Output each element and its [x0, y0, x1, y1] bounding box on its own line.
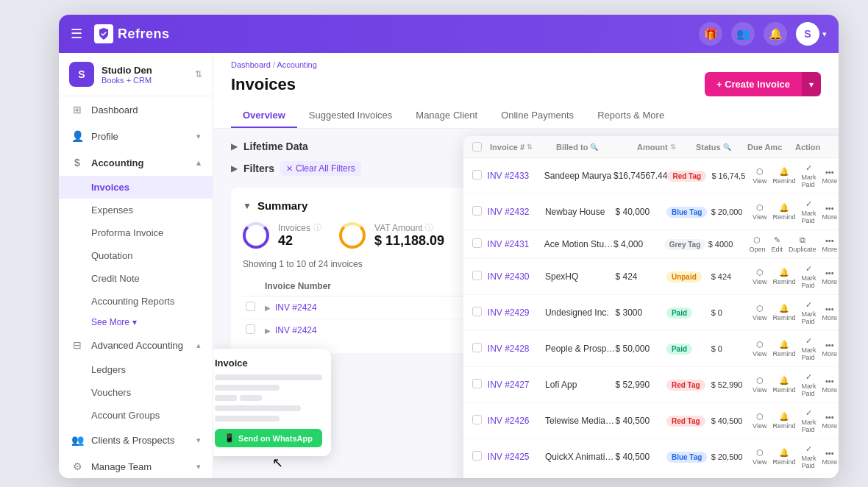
- action-remind[interactable]: 🔔 Remind: [772, 376, 795, 394]
- action-view[interactable]: ⬡ View: [753, 340, 766, 358]
- action-mark-paid[interactable]: ✓ Mark Paid: [801, 264, 816, 289]
- row2-checkbox[interactable]: [246, 324, 255, 334]
- row-checkbox-8[interactable]: [472, 451, 482, 461]
- action-remind[interactable]: 🔔 Remind: [772, 340, 795, 358]
- action-view[interactable]: ⬡ View: [753, 167, 766, 185]
- tab-reports-more[interactable]: Reports & More: [586, 104, 676, 128]
- action-duplicate[interactable]: ⧉ Duplicate: [789, 235, 817, 253]
- row2-inv-link[interactable]: INV #2424: [275, 325, 317, 335]
- row-inv-8[interactable]: INV #2425: [488, 452, 545, 462]
- sidebar-item-vouchers[interactable]: Vouchers: [59, 381, 213, 404]
- tab-overview[interactable]: Overview: [231, 104, 297, 128]
- sidebar-item-ledgers[interactable]: Ledgers: [59, 358, 213, 381]
- action-more[interactable]: ••• More: [822, 204, 837, 221]
- menu-icon[interactable]: ☰: [71, 26, 82, 42]
- tab-suggested-invoices[interactable]: Suggested Invoices: [297, 104, 404, 128]
- row-checkbox-0[interactable]: [472, 170, 482, 179]
- sidebar-item-accounting-reports[interactable]: Accounting Reports: [59, 290, 213, 313]
- header-checkbox[interactable]: [472, 142, 482, 152]
- row-status-1: Blue Tag: [666, 207, 711, 218]
- gift-icon[interactable]: 🎁: [699, 22, 722, 46]
- row-inv-1[interactable]: INV #2432: [488, 207, 545, 217]
- sidebar-item-quotation[interactable]: Quotation: [59, 244, 213, 267]
- row-checkbox-5[interactable]: [472, 343, 482, 352]
- action-view[interactable]: ⬡ View: [753, 304, 766, 321]
- action-more[interactable]: ••• More: [822, 269, 837, 285]
- action-view[interactable]: ⬡ View: [753, 203, 766, 221]
- row-inv-4[interactable]: INV #2429: [488, 308, 545, 318]
- action-remind[interactable]: 🔔 Remind: [772, 448, 795, 466]
- action-mark-paid[interactable]: ✓ Mark Paid: [801, 408, 816, 433]
- sidebar-item-clients[interactable]: 👥 Clients & Prospects ▾: [59, 427, 213, 453]
- row-checkbox-6[interactable]: [472, 379, 482, 388]
- see-more-link[interactable]: See More ▾: [59, 313, 213, 332]
- row-checkbox-1[interactable]: [472, 206, 482, 216]
- row-inv-2[interactable]: INV #2431: [488, 239, 544, 249]
- row-inv-3[interactable]: INV #2430: [488, 271, 545, 282]
- th-invoice[interactable]: Invoice # ⇅: [490, 143, 556, 152]
- row-inv-7[interactable]: INV #2426: [488, 416, 545, 426]
- sidebar-item-invoices[interactable]: Invoices: [59, 176, 213, 199]
- sidebar-item-advanced-accounting[interactable]: ⊟ Advanced Accounting ▴: [59, 332, 213, 358]
- row-inv-6[interactable]: INV #2427: [488, 380, 545, 390]
- create-invoice-button[interactable]: + Create Invoice: [705, 72, 802, 96]
- sidebar-item-expenses[interactable]: Expenses: [59, 199, 213, 221]
- sidebar-item-account-groups[interactable]: Account Groups: [59, 404, 213, 427]
- row-checkbox-7[interactable]: [472, 415, 482, 424]
- action-mark-paid[interactable]: ✓ Mark Paid: [801, 372, 816, 397]
- action-mark-paid[interactable]: ✓ Mark Paid: [801, 336, 816, 361]
- tab-online-payments[interactable]: Online Payments: [489, 104, 586, 128]
- action-remind[interactable]: 🔔 Remind: [772, 167, 795, 185]
- action-remind[interactable]: 🔔 Remind: [772, 203, 795, 221]
- row1-checkbox[interactable]: [246, 302, 255, 311]
- action-view[interactable]: ⬡ View: [753, 412, 766, 430]
- action-edit[interactable]: ✎ Edit: [771, 235, 783, 253]
- action-remind[interactable]: 🔔 Remind: [772, 268, 795, 285]
- action-mark-paid[interactable]: ✓ Mark Paid: [801, 199, 816, 224]
- th-amount[interactable]: Amount ⇅: [637, 143, 696, 152]
- sidebar-item-proforma[interactable]: Proforma Invoice: [59, 221, 213, 244]
- th-billed[interactable]: Billed to 🔍: [556, 143, 637, 152]
- action-mark-paid[interactable]: ✓ Mark Paid: [802, 163, 817, 188]
- action-more[interactable]: ••• More: [822, 168, 838, 185]
- action-view[interactable]: ⬡ View: [753, 448, 766, 466]
- action-remind[interactable]: 🔔 Remind: [772, 412, 795, 430]
- bell-icon[interactable]: 🔔: [764, 22, 787, 46]
- tab-manage-client[interactable]: Manage Client: [404, 104, 489, 128]
- action-remind[interactable]: 🔔 Remind: [772, 304, 795, 321]
- action-view[interactable]: ⬡ View: [753, 268, 766, 285]
- float-invoice-card: Invoice 📱 Send on WhatsApp: [213, 349, 331, 456]
- workspace-selector[interactable]: S Studio Den Books + CRM ⇅: [59, 53, 213, 96]
- clear-filters-button[interactable]: ✕ Clear All Filters: [280, 161, 361, 176]
- action-more[interactable]: ••• More: [822, 305, 837, 321]
- invoices-value: 42: [278, 233, 321, 249]
- action-more[interactable]: ••• More: [822, 236, 837, 253]
- row-checkbox-2[interactable]: [472, 238, 482, 248]
- action-mark-paid[interactable]: ✓ Mark Paid: [801, 444, 816, 469]
- action-more[interactable]: ••• More: [822, 449, 837, 466]
- action-more[interactable]: ••• More: [822, 377, 837, 394]
- sidebar-item-accounting[interactable]: $ Accounting ▴: [59, 149, 213, 176]
- th-status[interactable]: Status 🔍: [696, 143, 747, 152]
- row-inv-0[interactable]: INV #2433: [488, 171, 544, 181]
- whatsapp-button[interactable]: 📱 Send on WhatsApp: [215, 429, 322, 447]
- action-mark-paid[interactable]: ✓ Mark Paid: [801, 300, 816, 325]
- sidebar-item-credit-note[interactable]: Credit Note: [59, 267, 213, 290]
- row-checkbox-4[interactable]: [472, 307, 482, 316]
- action-view[interactable]: ⬡ View: [753, 376, 766, 394]
- row1-inv-link[interactable]: INV #2424: [275, 302, 317, 313]
- sidebar-item-dashboard[interactable]: ⊞ Dashboard: [59, 96, 213, 123]
- action-open[interactable]: ⬡ Open: [749, 235, 765, 253]
- team-icon[interactable]: 👥: [731, 22, 755, 46]
- expand-row2-icon[interactable]: ▶: [265, 327, 271, 335]
- action-more[interactable]: ••• More: [822, 341, 837, 358]
- action-more[interactable]: ••• More: [822, 413, 837, 430]
- row-checkbox-3[interactable]: [472, 271, 482, 280]
- sidebar-item-manage-team[interactable]: ⚙ Manage Team ▾: [59, 453, 213, 478]
- filters-header[interactable]: ▶ Filters: [231, 163, 274, 174]
- create-invoice-dropdown-button[interactable]: ▾: [802, 72, 821, 96]
- row-inv-5[interactable]: INV #2428: [488, 344, 545, 354]
- avatar-wrapper[interactable]: S ▾: [796, 22, 827, 46]
- sidebar-item-profile[interactable]: 👤 Profile ▾: [59, 123, 213, 149]
- expand-row1-icon[interactable]: ▶: [265, 304, 271, 312]
